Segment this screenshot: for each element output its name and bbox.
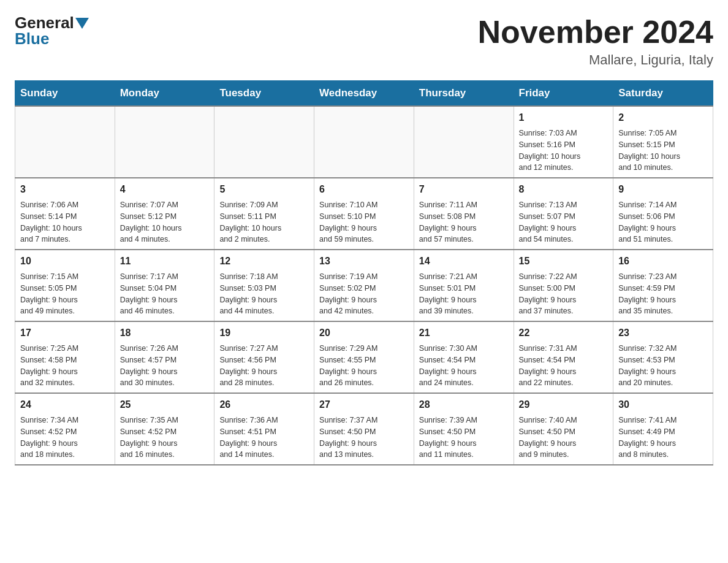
day-info: Sunrise: 7:40 AMSunset: 4:50 PMDaylight:…: [519, 415, 609, 461]
calendar-cell: 18Sunrise: 7:26 AMSunset: 4:57 PMDayligh…: [115, 321, 214, 393]
calendar-cell: 15Sunrise: 7:22 AMSunset: 5:00 PMDayligh…: [514, 250, 613, 321]
week-row-4: 17Sunrise: 7:25 AMSunset: 4:58 PMDayligh…: [15, 321, 713, 393]
weekday-header-tuesday: Tuesday: [214, 81, 314, 107]
month-title: November 2024: [478, 15, 713, 50]
day-number: 21: [419, 326, 509, 340]
logo-triangle-icon: [75, 18, 89, 29]
logo-blue-text: Blue: [15, 29, 49, 48]
day-info: Sunrise: 7:07 AMSunset: 5:12 PMDaylight:…: [120, 199, 210, 245]
calendar-cell: 21Sunrise: 7:30 AMSunset: 4:54 PMDayligh…: [414, 321, 514, 393]
calendar-cell: 14Sunrise: 7:21 AMSunset: 5:01 PMDayligh…: [414, 250, 514, 321]
logo: General Blue: [15, 15, 89, 47]
day-info: Sunrise: 7:41 AMSunset: 4:49 PMDaylight:…: [618, 415, 708, 461]
day-info: Sunrise: 7:30 AMSunset: 4:54 PMDaylight:…: [419, 343, 509, 389]
day-info: Sunrise: 7:25 AMSunset: 4:58 PMDaylight:…: [20, 343, 110, 389]
calendar-cell: 27Sunrise: 7:37 AMSunset: 4:50 PMDayligh…: [314, 393, 414, 465]
calendar-table: SundayMondayTuesdayWednesdayThursdayFrid…: [15, 80, 713, 465]
calendar-cell: 20Sunrise: 7:29 AMSunset: 4:55 PMDayligh…: [314, 321, 414, 393]
day-info: Sunrise: 7:17 AMSunset: 5:04 PMDaylight:…: [120, 271, 210, 317]
day-number: 3: [20, 182, 110, 197]
calendar-cell: 23Sunrise: 7:32 AMSunset: 4:53 PMDayligh…: [613, 321, 713, 393]
day-number: 23: [618, 326, 708, 340]
calendar-cell: 9Sunrise: 7:14 AMSunset: 5:06 PMDaylight…: [613, 178, 713, 250]
day-info: Sunrise: 7:32 AMSunset: 4:53 PMDaylight:…: [618, 343, 708, 389]
week-row-2: 3Sunrise: 7:06 AMSunset: 5:14 PMDaylight…: [15, 178, 713, 250]
day-info: Sunrise: 7:26 AMSunset: 4:57 PMDaylight:…: [120, 343, 210, 389]
day-number: 10: [20, 254, 110, 269]
calendar-cell: 2Sunrise: 7:05 AMSunset: 5:15 PMDaylight…: [613, 106, 713, 178]
day-number: 28: [419, 397, 509, 412]
calendar-cell: 30Sunrise: 7:41 AMSunset: 4:49 PMDayligh…: [613, 393, 713, 465]
day-info: Sunrise: 7:09 AMSunset: 5:11 PMDaylight:…: [219, 199, 309, 245]
day-number: 19: [219, 326, 309, 340]
weekday-header-monday: Monday: [115, 81, 214, 107]
day-info: Sunrise: 7:34 AMSunset: 4:52 PMDaylight:…: [20, 415, 110, 461]
calendar-cell: 17Sunrise: 7:25 AMSunset: 4:58 PMDayligh…: [15, 321, 115, 393]
weekday-header-saturday: Saturday: [613, 81, 713, 107]
calendar-cell: [115, 106, 214, 178]
calendar-cell: 28Sunrise: 7:39 AMSunset: 4:50 PMDayligh…: [414, 393, 514, 465]
calendar-cell: 6Sunrise: 7:10 AMSunset: 5:10 PMDaylight…: [314, 178, 414, 250]
week-row-3: 10Sunrise: 7:15 AMSunset: 5:05 PMDayligh…: [15, 250, 713, 321]
title-block: November 2024 Mallare, Liguria, Italy: [478, 15, 713, 68]
day-info: Sunrise: 7:13 AMSunset: 5:07 PMDaylight:…: [519, 199, 609, 245]
day-info: Sunrise: 7:23 AMSunset: 4:59 PMDaylight:…: [618, 271, 708, 317]
calendar-cell: 5Sunrise: 7:09 AMSunset: 5:11 PMDaylight…: [214, 178, 314, 250]
day-number: 27: [319, 397, 409, 412]
calendar-cell: 24Sunrise: 7:34 AMSunset: 4:52 PMDayligh…: [15, 393, 115, 465]
day-number: 2: [618, 110, 708, 125]
weekday-header-sunday: Sunday: [15, 81, 115, 107]
day-number: 6: [319, 182, 409, 197]
calendar-cell: 11Sunrise: 7:17 AMSunset: 5:04 PMDayligh…: [115, 250, 214, 321]
calendar-cell: 8Sunrise: 7:13 AMSunset: 5:07 PMDaylight…: [514, 178, 613, 250]
day-info: Sunrise: 7:10 AMSunset: 5:10 PMDaylight:…: [319, 199, 409, 245]
calendar-cell: 29Sunrise: 7:40 AMSunset: 4:50 PMDayligh…: [514, 393, 613, 465]
calendar-cell: [15, 106, 115, 178]
day-number: 13: [319, 254, 409, 269]
calendar-header-row: SundayMondayTuesdayWednesdayThursdayFrid…: [15, 81, 713, 107]
calendar-cell: 19Sunrise: 7:27 AMSunset: 4:56 PMDayligh…: [214, 321, 314, 393]
calendar-cell: 4Sunrise: 7:07 AMSunset: 5:12 PMDaylight…: [115, 178, 214, 250]
day-number: 22: [519, 326, 609, 340]
day-info: Sunrise: 7:37 AMSunset: 4:50 PMDaylight:…: [319, 415, 409, 461]
calendar-cell: [314, 106, 414, 178]
day-number: 9: [618, 182, 708, 197]
calendar-cell: 25Sunrise: 7:35 AMSunset: 4:52 PMDayligh…: [115, 393, 214, 465]
calendar-cell: 22Sunrise: 7:31 AMSunset: 4:54 PMDayligh…: [514, 321, 613, 393]
day-number: 1: [519, 110, 609, 125]
day-info: Sunrise: 7:35 AMSunset: 4:52 PMDaylight:…: [120, 415, 210, 461]
day-info: Sunrise: 7:11 AMSunset: 5:08 PMDaylight:…: [419, 199, 509, 245]
calendar-cell: 12Sunrise: 7:18 AMSunset: 5:03 PMDayligh…: [214, 250, 314, 321]
day-number: 25: [120, 397, 210, 412]
calendar-cell: 13Sunrise: 7:19 AMSunset: 5:02 PMDayligh…: [314, 250, 414, 321]
day-number: 30: [618, 397, 708, 412]
day-info: Sunrise: 7:06 AMSunset: 5:14 PMDaylight:…: [20, 199, 110, 245]
day-number: 11: [120, 254, 210, 269]
week-row-1: 1Sunrise: 7:03 AMSunset: 5:16 PMDaylight…: [15, 106, 713, 178]
day-number: 16: [618, 254, 708, 269]
day-info: Sunrise: 7:39 AMSunset: 4:50 PMDaylight:…: [419, 415, 509, 461]
calendar-cell: 16Sunrise: 7:23 AMSunset: 4:59 PMDayligh…: [613, 250, 713, 321]
day-info: Sunrise: 7:18 AMSunset: 5:03 PMDaylight:…: [219, 271, 309, 317]
day-number: 24: [20, 397, 110, 412]
calendar-cell: 7Sunrise: 7:11 AMSunset: 5:08 PMDaylight…: [414, 178, 514, 250]
day-number: 15: [519, 254, 609, 269]
day-info: Sunrise: 7:31 AMSunset: 4:54 PMDaylight:…: [519, 343, 609, 389]
day-info: Sunrise: 7:14 AMSunset: 5:06 PMDaylight:…: [618, 199, 708, 245]
page-header: General Blue November 2024 Mallare, Ligu…: [15, 15, 713, 68]
weekday-header-friday: Friday: [514, 81, 613, 107]
location-subtitle: Mallare, Liguria, Italy: [478, 52, 713, 68]
calendar-cell: 10Sunrise: 7:15 AMSunset: 5:05 PMDayligh…: [15, 250, 115, 321]
calendar-cell: 1Sunrise: 7:03 AMSunset: 5:16 PMDaylight…: [514, 106, 613, 178]
day-number: 20: [319, 326, 409, 340]
day-info: Sunrise: 7:27 AMSunset: 4:56 PMDaylight:…: [219, 343, 309, 389]
calendar-cell: 26Sunrise: 7:36 AMSunset: 4:51 PMDayligh…: [214, 393, 314, 465]
day-number: 7: [419, 182, 509, 197]
day-number: 14: [419, 254, 509, 269]
day-number: 18: [120, 326, 210, 340]
day-info: Sunrise: 7:15 AMSunset: 5:05 PMDaylight:…: [20, 271, 110, 317]
day-info: Sunrise: 7:36 AMSunset: 4:51 PMDaylight:…: [219, 415, 309, 461]
day-info: Sunrise: 7:22 AMSunset: 5:00 PMDaylight:…: [519, 271, 609, 317]
day-number: 29: [519, 397, 609, 412]
weekday-header-wednesday: Wednesday: [314, 81, 414, 107]
